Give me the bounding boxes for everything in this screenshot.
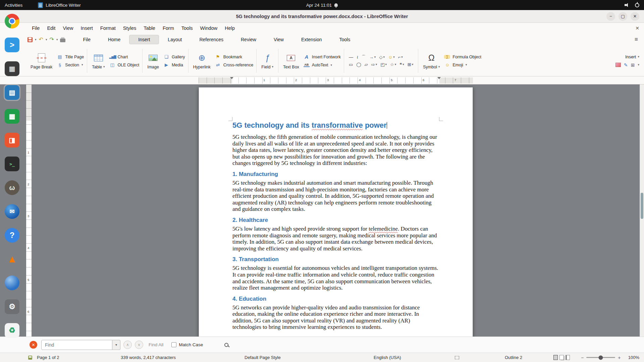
- insert-fontwork-button[interactable]: A Insert Fontwork: [302, 54, 342, 60]
- symbol-shapes[interactable]: ☺▾: [387, 55, 396, 60]
- autotext-dropdown-caret[interactable]: ▾: [330, 64, 332, 67]
- chrome-icon[interactable]: [4, 13, 20, 29]
- save-dropdown-caret[interactable]: ▾: [35, 38, 37, 41]
- page-break-button[interactable]: Page Break: [28, 47, 55, 75]
- notebookbar-menu-icon[interactable]: ≡: [635, 36, 641, 43]
- libreoffice-impress-icon[interactable]: ◨: [4, 132, 20, 148]
- match-case-toggle[interactable]: Match Case: [171, 342, 203, 347]
- save-button[interactable]: [28, 37, 33, 42]
- focused-app-indicator[interactable]: LibreOffice Writer: [38, 2, 81, 8]
- v-ruler-scale[interactable]: 123456: [26, 84, 32, 337]
- outline-level[interactable]: Outline 2: [505, 353, 522, 362]
- indent-marker-right[interactable]: [437, 77, 441, 79]
- gallery-button[interactable]: ❏ Gallery: [162, 54, 186, 60]
- vertical-scrollbar[interactable]: [640, 84, 644, 337]
- ole-object-button[interactable]: ◫ OLE Object: [108, 62, 141, 68]
- tab-extension[interactable]: Extension: [292, 35, 330, 44]
- menu-insert[interactable]: Insert: [77, 23, 97, 34]
- text-language[interactable]: English (USA): [374, 353, 401, 362]
- media-button[interactable]: ▶ Media: [162, 62, 186, 68]
- print-button[interactable]: [60, 37, 65, 42]
- zoom-slider[interactable]: [586, 357, 615, 358]
- title-page-button[interactable]: ▤ Title Page: [55, 54, 85, 60]
- system-tray[interactable]: [625, 3, 639, 7]
- formula-object-button[interactable]: ∑ Formula Object: [443, 54, 482, 60]
- flowchart-shapes[interactable]: ◰▾: [379, 62, 388, 67]
- book-view-icon[interactable]: [566, 355, 570, 360]
- insert-ribbon-menu[interactable]: Insert ▾: [625, 54, 639, 59]
- terminal-icon[interactable]: >_: [4, 156, 20, 172]
- tab-file[interactable]: File: [74, 35, 99, 44]
- redo-dropdown-caret[interactable]: ▾: [56, 38, 58, 41]
- callout-shapes[interactable]: ❝▾: [398, 62, 405, 67]
- libreoffice-calc-icon[interactable]: ▦: [4, 108, 20, 125]
- software-store-icon[interactable]: ♻: [4, 322, 20, 339]
- arrow-line-shape[interactable]: →▾: [368, 55, 377, 60]
- zoom-level[interactable]: 100%: [628, 353, 639, 362]
- find-next-button[interactable]: ∨: [135, 341, 143, 349]
- field-dropdown-caret[interactable]: ▾: [272, 65, 273, 68]
- curve-shape[interactable]: ⌒: [361, 55, 367, 60]
- table-button[interactable]: Table▾: [89, 47, 108, 75]
- rectangle-shape[interactable]: ▭: [348, 62, 354, 67]
- draw-icon[interactable]: ✎: [624, 62, 628, 68]
- multi-page-view-icon[interactable]: [559, 355, 564, 360]
- h-ruler-scale[interactable]: 1234567: [199, 77, 473, 83]
- polygon-shape[interactable]: ▱: [364, 62, 369, 67]
- close-document-icon[interactable]: ✕: [631, 25, 644, 31]
- tab-tools[interactable]: Tools: [330, 35, 359, 44]
- image-button[interactable]: Image: [144, 47, 162, 75]
- bookmark-button[interactable]: ⚑ Bookmark: [214, 54, 255, 60]
- tab-view[interactable]: View: [265, 35, 292, 44]
- help-icon[interactable]: ?: [4, 227, 20, 244]
- grid-dropdown-caret[interactable]: ▾: [638, 63, 639, 66]
- gimp-icon[interactable]: ω: [4, 179, 20, 196]
- menu-window[interactable]: Window: [197, 23, 221, 34]
- grid-icon[interactable]: ⊞: [631, 62, 635, 68]
- document-page[interactable]: 5G technology and its transformative pow…: [199, 87, 473, 337]
- minimize-button[interactable]: −: [606, 12, 615, 21]
- page-style[interactable]: Default Page Style: [245, 353, 281, 362]
- close-find-bar-button[interactable]: ✕: [30, 341, 37, 349]
- tab-review[interactable]: Review: [232, 35, 265, 44]
- show-apps-button[interactable]: [11, 357, 13, 359]
- maximize-button[interactable]: ▢: [619, 12, 627, 21]
- section-button[interactable]: § Section ▾: [55, 62, 85, 68]
- scrollbar-thumb[interactable]: [641, 193, 643, 219]
- section-dropdown-caret[interactable]: ▾: [82, 63, 83, 66]
- undo-button[interactable]: ↶: [39, 37, 43, 42]
- find-and-replace-icon[interactable]: [224, 343, 228, 347]
- clock-menu[interactable]: Apr 24 11:01: [306, 0, 338, 10]
- ellipse-shape[interactable]: ◯: [355, 62, 362, 67]
- tab-layout[interactable]: Layout: [159, 35, 191, 44]
- freeform-line-shape[interactable]: ≀: [356, 55, 359, 60]
- chart-button[interactable]: ▂▅▇ Chart: [108, 54, 141, 60]
- emoji-dropdown-caret[interactable]: ▾: [466, 63, 467, 66]
- zoom-in-button[interactable]: +: [618, 355, 621, 360]
- symbol-dropdown-caret[interactable]: ▾: [438, 65, 440, 68]
- vscode-icon[interactable]: >: [4, 37, 20, 53]
- cross-reference-button[interactable]: ⇄ Cross-reference: [214, 62, 255, 68]
- find-all-button[interactable]: Find All: [149, 342, 163, 347]
- selection-mode-icon[interactable]: [455, 356, 459, 359]
- field-button[interactable]: ƒ Field▾: [258, 47, 276, 75]
- window-title-bar[interactable]: 5G technology and its transformative pow…: [0, 10, 644, 23]
- emoji-button[interactable]: ☺ Emoji ▾: [443, 62, 482, 68]
- redo-button[interactable]: ↷: [49, 37, 54, 42]
- line-shape[interactable]: —: [348, 55, 354, 60]
- word-count[interactable]: 339 words, 2,417 characters: [121, 353, 176, 362]
- activities-button[interactable]: Activities: [5, 3, 22, 8]
- tab-references[interactable]: References: [191, 35, 232, 44]
- star-shapes[interactable]: ☆▾: [389, 62, 397, 67]
- match-case-checkbox[interactable]: [171, 342, 176, 347]
- menu-tools[interactable]: Tools: [178, 23, 197, 34]
- page-count[interactable]: Page 1 of 2: [37, 353, 59, 362]
- libreoffice-writer-icon[interactable]: ▤: [4, 84, 20, 101]
- menu-help[interactable]: Help: [221, 23, 238, 34]
- autotext-button[interactable]: AB AutoText ▾: [302, 62, 342, 68]
- menu-view[interactable]: View: [59, 23, 77, 34]
- tab-insert[interactable]: Insert: [129, 35, 159, 44]
- menu-form[interactable]: Form: [159, 23, 178, 34]
- thunderbird-icon[interactable]: ✉: [4, 203, 20, 220]
- table-shape[interactable]: ⊞▾: [407, 62, 414, 67]
